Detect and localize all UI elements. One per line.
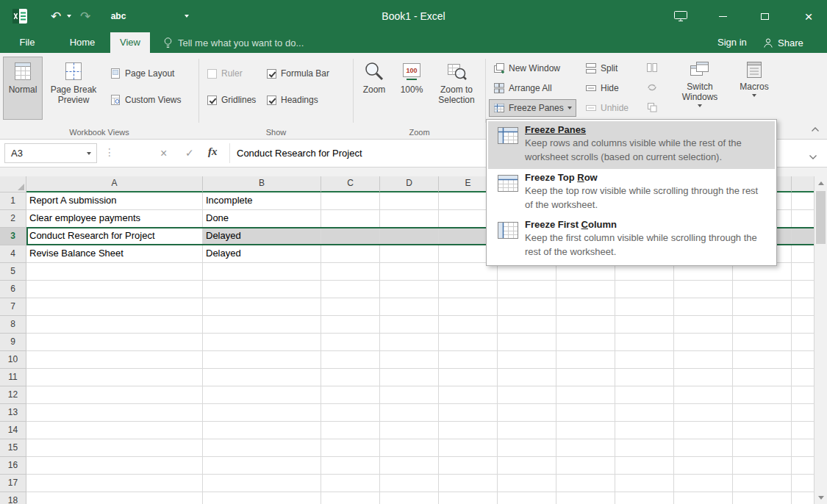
cell-B6[interactable] xyxy=(203,281,321,298)
cell-I10[interactable] xyxy=(674,351,733,369)
cell-F13[interactable] xyxy=(498,404,556,422)
cell-B11[interactable] xyxy=(203,369,321,386)
cell-C18[interactable] xyxy=(321,492,380,504)
cell-C15[interactable] xyxy=(321,439,380,457)
cell-B9[interactable] xyxy=(203,334,321,351)
cell-C1[interactable] xyxy=(321,192,380,210)
menu-item-freeze-panes[interactable]: Freeze Panes Keep rows and columns visib… xyxy=(488,121,775,169)
row-header-5[interactable]: 5 xyxy=(0,263,26,281)
row-header-8[interactable]: 8 xyxy=(0,316,26,334)
cell-A1[interactable]: Report A submission xyxy=(26,192,203,210)
cell-A9[interactable] xyxy=(26,334,203,351)
cell-I17[interactable] xyxy=(674,475,733,492)
cell-F10[interactable] xyxy=(498,351,556,369)
row-header-9[interactable]: 9 xyxy=(0,334,26,351)
row-header-12[interactable]: 12 xyxy=(0,386,26,404)
cell-J14[interactable] xyxy=(733,422,792,439)
cell-G7[interactable] xyxy=(556,298,615,316)
cell-E16[interactable] xyxy=(439,457,498,475)
formula-bar-handle-icon[interactable]: ⋮ xyxy=(104,146,115,158)
cell-F6[interactable] xyxy=(498,281,556,298)
cell-B16[interactable] xyxy=(203,457,321,475)
row-header-17[interactable]: 17 xyxy=(0,475,26,492)
close-button[interactable]: × xyxy=(790,0,827,32)
cell-A14[interactable] xyxy=(26,422,203,439)
cell-K11[interactable] xyxy=(792,369,814,386)
select-all-corner[interactable] xyxy=(0,176,26,192)
cell-G6[interactable] xyxy=(556,281,615,298)
cell-D1[interactable] xyxy=(380,192,439,210)
cell-K15[interactable] xyxy=(792,439,814,457)
cell-D7[interactable] xyxy=(380,298,439,316)
tab-file[interactable]: File xyxy=(9,32,46,53)
cell-I8[interactable] xyxy=(674,316,733,334)
cell-D5[interactable] xyxy=(380,263,439,281)
cell-G12[interactable] xyxy=(556,386,615,404)
cell-A11[interactable] xyxy=(26,369,203,386)
cell-D8[interactable] xyxy=(380,316,439,334)
formula-bar-checkbox[interactable]: Formula Bar xyxy=(267,65,329,82)
cell-C16[interactable] xyxy=(321,457,380,475)
scrollbar-thumb[interactable] xyxy=(816,191,826,244)
cell-C17[interactable] xyxy=(321,475,380,492)
row-header-7[interactable]: 7 xyxy=(0,298,26,316)
row-header-11[interactable]: 11 xyxy=(0,369,26,386)
cell-G15[interactable] xyxy=(556,439,615,457)
cell-B5[interactable] xyxy=(203,263,321,281)
cell-J13[interactable] xyxy=(733,404,792,422)
cell-I15[interactable] xyxy=(674,439,733,457)
name-box-caret-icon[interactable] xyxy=(82,152,96,155)
cell-C10[interactable] xyxy=(321,351,380,369)
collapse-ribbon-icon[interactable] xyxy=(811,122,820,135)
cell-K17[interactable] xyxy=(792,475,814,492)
cell-H9[interactable] xyxy=(615,334,674,351)
cell-D13[interactable] xyxy=(380,404,439,422)
row-header-18[interactable]: 18 xyxy=(0,492,26,504)
cell-D17[interactable] xyxy=(380,475,439,492)
cell-H14[interactable] xyxy=(615,422,674,439)
cell-I7[interactable] xyxy=(674,298,733,316)
cell-H6[interactable] xyxy=(615,281,674,298)
cell-B14[interactable] xyxy=(203,422,321,439)
cell-H17[interactable] xyxy=(615,475,674,492)
cell-K3[interactable] xyxy=(792,228,814,245)
cell-A2[interactable]: Clear employee payments xyxy=(26,210,203,228)
cancel-entry-icon[interactable]: × xyxy=(160,146,167,160)
freeze-panes-button[interactable]: Freeze Panes xyxy=(489,99,576,117)
cell-C13[interactable] xyxy=(321,404,380,422)
cell-H18[interactable] xyxy=(615,492,674,504)
spelling-button[interactable]: abc xyxy=(106,0,131,32)
cell-B3[interactable]: Delayed xyxy=(203,228,321,245)
cell-F15[interactable] xyxy=(498,439,556,457)
cell-I16[interactable] xyxy=(674,457,733,475)
cell-C6[interactable] xyxy=(321,281,380,298)
cell-B7[interactable] xyxy=(203,298,321,316)
headings-checkbox[interactable]: Headings xyxy=(267,92,318,108)
cell-A18[interactable] xyxy=(26,492,203,504)
cell-G14[interactable] xyxy=(556,422,615,439)
cell-C5[interactable] xyxy=(321,263,380,281)
zoom-button[interactable]: Zoom xyxy=(357,57,392,120)
minimize-button[interactable] xyxy=(706,0,739,32)
cell-K4[interactable] xyxy=(792,245,814,263)
row-header-4[interactable]: 4 xyxy=(0,245,26,263)
scroll-down-icon[interactable] xyxy=(815,491,827,504)
cell-E10[interactable] xyxy=(439,351,498,369)
cell-I18[interactable] xyxy=(674,492,733,504)
column-header-A[interactable]: A xyxy=(26,176,203,192)
cell-G16[interactable] xyxy=(556,457,615,475)
column-header-C[interactable]: C xyxy=(321,176,380,192)
cell-E9[interactable] xyxy=(439,334,498,351)
cell-B17[interactable] xyxy=(203,475,321,492)
cell-K2[interactable] xyxy=(792,210,814,228)
zoom-to-selection-button[interactable]: Zoom to Selection xyxy=(432,57,481,120)
menu-item-freeze-top-row[interactable]: Freeze Top Row Keep the top row visible … xyxy=(488,169,775,217)
tab-view[interactable]: View xyxy=(110,32,150,53)
cell-J16[interactable] xyxy=(733,457,792,475)
undo-button[interactable]: ↶ xyxy=(47,0,65,32)
customize-qat-icon[interactable] xyxy=(181,0,193,32)
ruler-checkbox[interactable]: Ruler xyxy=(207,65,243,82)
expand-formula-bar-icon[interactable] xyxy=(809,150,817,163)
cell-A13[interactable] xyxy=(26,404,203,422)
hide-button[interactable]: Hide xyxy=(581,79,623,97)
